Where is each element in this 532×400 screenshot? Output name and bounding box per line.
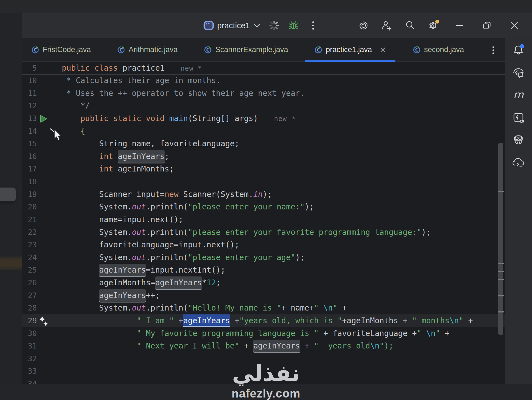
inlay-hint: new * [181, 65, 202, 72]
background-orange-strip [0, 257, 22, 270]
close-window-button[interactable] [510, 13, 519, 38]
line-number: 15 [22, 137, 37, 150]
java-class-icon: C [31, 45, 40, 54]
ai-assistant-chat-icon [512, 66, 525, 80]
project-icon [203, 21, 214, 30]
debug-button[interactable] [288, 13, 299, 38]
line-number: 33 [22, 365, 37, 378]
code-line-29: 29 " I am " +ageInYears +"years old, whi… [22, 314, 505, 327]
tab-options-button[interactable] [490, 45, 496, 57]
code-line-12: 12 */ [22, 99, 505, 112]
run-spinner-button[interactable] [269, 13, 279, 38]
tab-label: Arithmatic.java [129, 45, 178, 54]
line-number: 22 [22, 226, 37, 239]
code-line-24: 24 System.out.println("please enter your… [22, 251, 505, 264]
tool-stripe-layer: m [505, 38, 532, 384]
editor-surface[interactable]: 10 * Calculates their age in months.11 *… [22, 62, 505, 384]
line-number: 12 [22, 99, 37, 112]
java-class-icon: C [314, 45, 323, 54]
settings-notification-dot [435, 20, 439, 24]
java-class-icon: C [413, 45, 421, 54]
java-class-icon: C [204, 45, 212, 54]
code-line-30: 30 " My favorite programming language is… [22, 327, 505, 340]
line-number: 29 [22, 314, 37, 327]
tab-practice1.java[interactable]: C practice1.java× [305, 38, 395, 61]
code-with-me-button[interactable] [381, 13, 392, 38]
vertical-scrollbar[interactable] [498, 143, 503, 335]
notification-dot [520, 44, 524, 48]
search-icon [405, 20, 416, 31]
search-everywhere-button[interactable] [405, 13, 416, 38]
line-number: 16 [22, 150, 37, 163]
maven-icon: m [511, 89, 526, 101]
line-number: 26 [22, 276, 37, 289]
tab-label: ScannerExample.java [215, 45, 288, 54]
code-line-22: 22 System.out.println("please enter your… [22, 226, 505, 239]
code-line-11: 11 * Uses the ++ operator to show their … [22, 87, 505, 100]
line-number: 25 [22, 264, 37, 276]
code-line-18: 18 [22, 175, 505, 188]
line-number: 20 [22, 201, 37, 213]
background-pill-shape [0, 188, 16, 201]
line-number: 32 [22, 352, 37, 365]
line-number: 13 [22, 112, 37, 125]
tab-Arithmatic.java[interactable]: C Arithmatic.java [108, 38, 186, 61]
bottom-bar [0, 384, 532, 400]
project-name: practice1 [217, 21, 250, 30]
line-number: 31 [22, 340, 37, 352]
code-line-33: 33 [22, 365, 505, 378]
code-line-17: 17 int ageInMonths; [22, 163, 505, 175]
line-number: 30 [22, 327, 37, 340]
more-actions-button[interactable] [310, 13, 316, 38]
code-line-20: 20 System.out.println("please enter your… [22, 201, 505, 213]
ai-assistant-tool-button[interactable] [505, 66, 532, 80]
code-line-23: 23 favoriteLanguage=input.next(); [22, 239, 505, 251]
code-line-26: 26 ageInMonths=ageInYears*12; [22, 276, 505, 289]
run-gutter-icon[interactable] [39, 112, 48, 125]
copilot-tool-button[interactable] [505, 134, 532, 146]
settings-gear-icon [427, 19, 439, 32]
scrollbar-mark [498, 295, 504, 296]
restore-button[interactable] [482, 13, 492, 38]
tabs-host: C FristCode.java C Arithmatic.java C Sca… [22, 38, 505, 61]
tab-close-icon[interactable]: × [379, 45, 386, 54]
tab-FristCode.java[interactable]: C FristCode.java [22, 38, 100, 61]
notifications-button[interactable] [505, 44, 532, 57]
cloud-shell-tool-button[interactable] [505, 156, 532, 169]
code-line-21: 21 name=input.next(); [22, 213, 505, 226]
line-number: 10 [22, 74, 37, 87]
tab-ScannerExample.java[interactable]: C ScannerExample.java [195, 38, 297, 61]
ai-sparkle-gutter-icon[interactable] [38, 314, 49, 327]
scrollbar-mark [498, 263, 504, 264]
code-line-27: 27 ageInYears++; [22, 289, 505, 302]
minimize-button[interactable] [456, 13, 464, 38]
restore-icon [482, 21, 492, 30]
svg-text:m: m [513, 89, 524, 101]
ai-assistant-button[interactable] [358, 13, 369, 38]
line-number: 27 [22, 289, 37, 302]
scrollbar-mark [498, 271, 504, 272]
code-line-25: 25 ageInYears=input.nextInt(); [22, 264, 505, 276]
tab-second.java[interactable]: C second.java [404, 38, 473, 61]
notifications-bell-icon [512, 44, 525, 57]
code-line-5: 5public class practice1new * [22, 62, 505, 74]
line-number: 34 [22, 378, 37, 384]
desktop-left-column [0, 13, 22, 384]
ai-assistant-icon [358, 20, 369, 31]
settings-button[interactable] [427, 13, 439, 38]
code-line-19: 19 Scanner input=new Scanner(System.in); [22, 188, 505, 201]
code-lines: 10 * Calculates their age in months.11 *… [22, 74, 505, 384]
device-preview-tool-button[interactable] [505, 111, 532, 124]
project-selector[interactable]: practice1 [203, 13, 260, 38]
desktop-top-strip [0, 0, 532, 13]
line-number: 17 [22, 163, 37, 175]
tab-label: practice1.java [326, 45, 372, 54]
line-number: 23 [22, 239, 37, 251]
code-line-28: 28 System.out.println("Hello! My name is… [22, 302, 505, 314]
close-icon [510, 21, 519, 30]
line-number: 5 [22, 62, 37, 74]
kebab-menu-icon [310, 20, 316, 31]
maven-tool-button[interactable]: m [505, 89, 532, 101]
title-bar-layer: practice1 [0, 13, 532, 38]
debug-bug-icon [288, 20, 299, 31]
